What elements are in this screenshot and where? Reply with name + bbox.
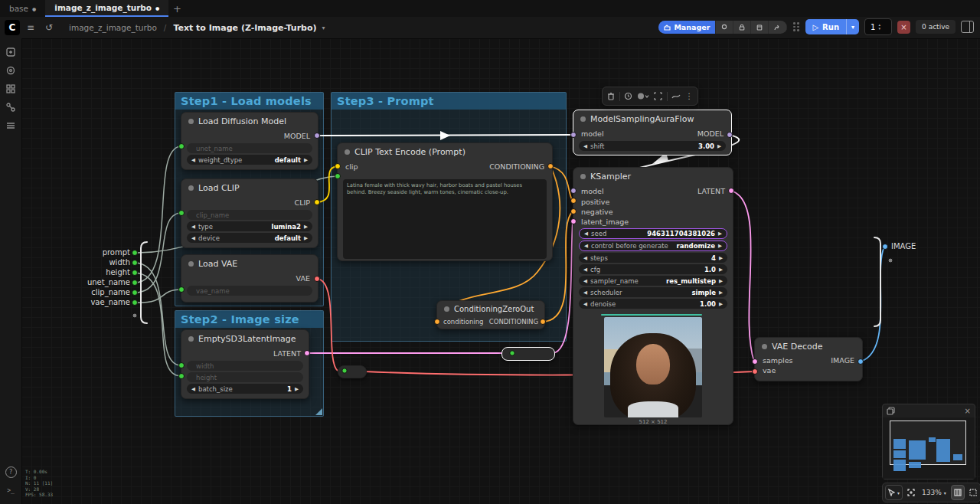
widget-batch-size[interactable]: ◀batch_size1▶: [187, 384, 303, 394]
subgraph-input-height[interactable]: height: [69, 268, 130, 277]
widget-height[interactable]: height: [187, 372, 303, 382]
widget-left-arrow-icon[interactable]: ◀: [583, 290, 587, 296]
step-down-icon[interactable]: ▾: [878, 27, 880, 31]
collapse-dot[interactable]: [188, 261, 194, 267]
manager-button[interactable]: Manager: [658, 21, 716, 34]
models-icon[interactable]: [0, 81, 21, 97]
node-library-icon[interactable]: [0, 100, 21, 115]
image-preview[interactable]: [604, 317, 702, 417]
run-button-main[interactable]: ▷ Run: [805, 19, 846, 34]
bypass-icon[interactable]: [671, 93, 681, 100]
breadcrumb-workflow-name[interactable]: image_z_image_turbo: [69, 23, 157, 32]
interrupt-button[interactable]: ×: [897, 21, 910, 34]
run-options-dropdown[interactable]: ▾: [846, 19, 859, 34]
widget-right-arrow-icon[interactable]: ▶: [719, 255, 723, 261]
widget-right-arrow-icon[interactable]: ▶: [304, 224, 308, 230]
collapse-dot[interactable]: [345, 149, 350, 155]
collapse-dot[interactable]: [762, 344, 767, 349]
fit-view-button[interactable]: [905, 486, 917, 499]
reroute-node[interactable]: [338, 365, 367, 378]
widget-type[interactable]: ◀typelumina2▶: [187, 221, 312, 231]
widget-right-arrow-icon[interactable]: ▶: [718, 231, 722, 237]
node-conditioning-zero-out[interactable]: ConditioningZeroOut conditioningCONDITIO…: [436, 300, 545, 329]
widget-cfg[interactable]: ◀cfg1.0▶: [579, 264, 727, 274]
minimap-close-icon[interactable]: ×: [965, 407, 971, 415]
tab-image-z-image-turbo[interactable]: image_z_image_turbo ●: [45, 0, 168, 17]
subgraph-input-clip-name[interactable]: clip_name: [69, 288, 130, 296]
widget-left-arrow-icon[interactable]: ◀: [583, 301, 587, 307]
widget-left-arrow-icon[interactable]: ◀: [583, 267, 587, 273]
widget-right-arrow-icon[interactable]: ▶: [719, 301, 723, 307]
batch-count-stepper[interactable]: 1 ▴▾: [864, 18, 892, 35]
minimap-panel[interactable]: ×: [882, 404, 975, 479]
node-load-vae[interactable]: Load VAE VAE vae_name: [181, 254, 318, 303]
widget-right-arrow-icon[interactable]: ▶: [719, 278, 723, 284]
widget-width[interactable]: width: [187, 361, 303, 371]
subgraph-output-image[interactable]: IMAGE: [891, 242, 916, 250]
subgraph-input-unet-name[interactable]: unet_name: [69, 278, 130, 286]
drag-handle-icon[interactable]: [792, 21, 800, 32]
node-empty-sd3-latent[interactable]: EmptySD3LatentImage LATENT width height …: [181, 329, 309, 399]
workflows-icon[interactable]: [0, 44, 21, 60]
chevron-down-icon[interactable]: ▾: [897, 490, 900, 496]
widget-left-arrow-icon[interactable]: ◀: [191, 224, 195, 230]
group-step1-title[interactable]: Step1 - Load models: [175, 93, 323, 110]
undo-icon[interactable]: ↺: [41, 22, 57, 33]
widget-vae-name[interactable]: vae_name: [187, 286, 312, 296]
widget-denoise[interactable]: ◀denoise1.00▶: [579, 299, 727, 309]
node-load-diffusion-model[interactable]: Load Diffusion Model MODEL unet_name ◀we…: [181, 112, 318, 170]
widget-sampler-name[interactable]: ◀sampler_nameres_multistep▶: [579, 276, 727, 286]
group-resize-handle[interactable]: [315, 408, 322, 415]
pointer-tool-button[interactable]: ▾: [885, 485, 903, 500]
widget-right-arrow-icon[interactable]: ▶: [304, 157, 308, 163]
subgraph-input-width[interactable]: width: [69, 258, 130, 267]
widget-left-arrow-icon[interactable]: ◀: [583, 143, 587, 149]
widget-left-arrow-icon[interactable]: ◀: [191, 157, 195, 163]
collapse-dot[interactable]: [188, 336, 194, 342]
collapse-dot[interactable]: [580, 174, 586, 179]
panel-toggle-icon[interactable]: [961, 21, 974, 33]
package-icon[interactable]: [751, 21, 769, 34]
widget-right-arrow-icon[interactable]: ▶: [719, 290, 723, 296]
widget-left-arrow-icon[interactable]: ◀: [583, 255, 587, 261]
lock-icon[interactable]: [733, 21, 751, 34]
subgraph-input-vae-name[interactable]: vae_name: [69, 298, 130, 306]
grid-toggle-button[interactable]: [951, 485, 965, 500]
widget-unet-name[interactable]: unet_name: [187, 143, 312, 153]
widget-left-arrow-icon[interactable]: ◀: [191, 386, 195, 392]
widget-left-arrow-icon[interactable]: ◀: [583, 278, 587, 284]
widget-weight-dtype[interactable]: ◀weight_dtypedefault▶: [187, 155, 312, 165]
frame-icon[interactable]: [654, 92, 662, 100]
widget-left-arrow-icon[interactable]: ◀: [191, 235, 195, 241]
widget-device[interactable]: ◀devicedefault▶: [187, 233, 312, 243]
delete-icon[interactable]: [607, 92, 615, 100]
workflow-title[interactable]: Text to Image (Z-Image-Turbo): [173, 23, 316, 33]
color-picker-icon[interactable]: [637, 92, 649, 100]
widget-right-arrow-icon[interactable]: ▶: [719, 267, 723, 273]
collapse-dot[interactable]: [580, 116, 586, 122]
tab-base[interactable]: base ●: [0, 0, 45, 17]
select-mode-button[interactable]: [967, 486, 979, 499]
help-icon[interactable]: ?: [0, 464, 21, 479]
node-model-sampling-auraflow[interactable]: ModelSamplingAuraFlow modelMODEL ◀shift3…: [573, 110, 732, 155]
widget-right-arrow-icon[interactable]: ▶: [717, 143, 721, 149]
reroute-node[interactable]: [501, 347, 555, 361]
assets-icon[interactable]: [0, 63, 21, 78]
group-step2-title[interactable]: Step2 - Image size: [175, 311, 323, 328]
widget-clip-name[interactable]: clip_name: [187, 210, 312, 220]
widget-left-arrow-icon[interactable]: ◀: [584, 243, 588, 249]
widget-right-arrow-icon[interactable]: ▶: [718, 243, 722, 249]
minimap-content[interactable]: [883, 417, 975, 479]
widget-scheduler[interactable]: ◀schedulersimple▶: [579, 287, 727, 297]
node-clip-text-encode[interactable]: CLIP Text Encode (Prompt) clipCONDITIONI…: [337, 142, 553, 261]
widget-seed[interactable]: ◀seed946311704381026▶: [579, 228, 727, 239]
widget-right-arrow-icon[interactable]: ▶: [295, 386, 299, 392]
menu-hamburger-icon[interactable]: ≡: [23, 22, 38, 33]
active-jobs-badge[interactable]: 0 active: [916, 20, 956, 34]
execute-icon[interactable]: [624, 92, 632, 100]
prompt-textarea[interactable]: Latina female with thick wavy hair, harb…: [343, 179, 547, 259]
widget-shift[interactable]: ◀shift3.00▶: [579, 141, 726, 151]
more-options-icon[interactable]: ⋮: [685, 92, 693, 100]
node-ksampler[interactable]: KSampler modelLATENT positive negative l…: [573, 167, 733, 425]
notification-icon[interactable]: [716, 21, 733, 34]
